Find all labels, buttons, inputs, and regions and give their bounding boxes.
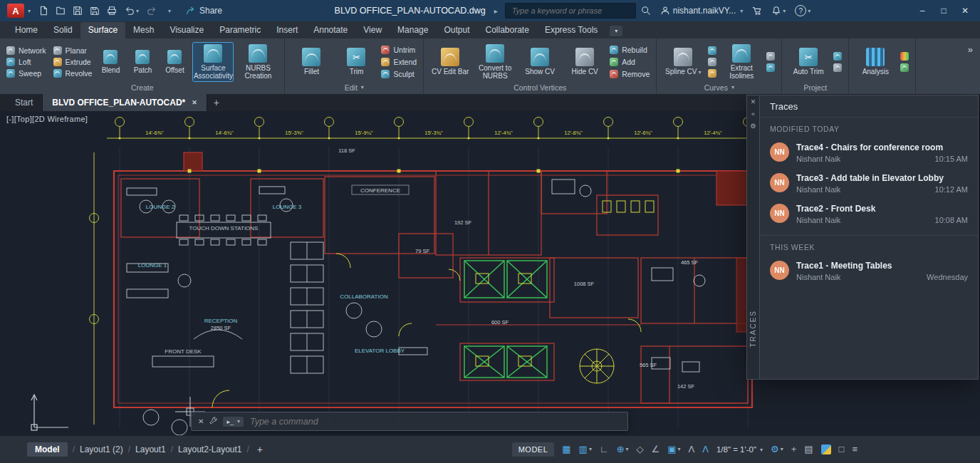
trace-item[interactable]: NN Trace2 - Front Desk Nishant Naik10:08…: [760, 199, 978, 229]
annotation-monitor-icon[interactable]: +: [791, 444, 797, 454]
ribbon-tab-annotate[interactable]: Annotate: [306, 22, 355, 38]
ribbon-tab-manage[interactable]: Manage: [390, 22, 436, 38]
sweep-button[interactable]: Sweep: [6, 69, 46, 78]
blend-button[interactable]: Blend: [97, 50, 124, 74]
graphics-performance-icon[interactable]: [821, 444, 831, 454]
title-caret-icon[interactable]: ▸: [494, 7, 498, 15]
project-to-view-button[interactable]: [833, 63, 842, 72]
extrude-button[interactable]: Extrude: [53, 58, 93, 66]
command-line-close-icon[interactable]: ✕: [198, 417, 204, 425]
add-cv-button[interactable]: Add: [610, 58, 635, 66]
panel-label-curves[interactable]: Curves▾: [657, 82, 781, 94]
offset-button[interactable]: Offset: [161, 50, 188, 74]
help-icon[interactable]: ?▾: [791, 2, 814, 19]
planar-surface-button[interactable]: Planar: [53, 46, 93, 55]
extract-isolines-button[interactable]: Extract Isolines: [721, 43, 761, 81]
customization-icon[interactable]: ≡: [852, 444, 858, 454]
quick-properties-icon[interactable]: ▤: [804, 444, 813, 454]
minimize-button[interactable]: –: [912, 2, 933, 19]
viewport-controls[interactable]: [-][Top][2D Wireframe]: [6, 115, 88, 123]
undo-button[interactable]: ▾: [120, 2, 143, 19]
offset-curve-button[interactable]: [708, 58, 716, 66]
grid-display-icon[interactable]: ▦: [562, 444, 570, 454]
command-input[interactable]: [249, 416, 621, 427]
annotation-autoscale-icon[interactable]: Λ: [702, 444, 709, 454]
new-layout-button[interactable]: +: [254, 444, 266, 455]
palette-properties-icon[interactable]: ⚙: [750, 123, 756, 130]
fillet-button[interactable]: Fillet: [291, 46, 331, 77]
trace-item[interactable]: NN Trace3 - Add table in Elevator Lobby …: [760, 168, 978, 199]
qat-customize-button[interactable]: ▾: [160, 2, 177, 19]
edit-curve-button[interactable]: [708, 69, 716, 78]
auto-trim-toggle[interactable]: Auto Trim: [788, 46, 828, 77]
draft-analysis-button[interactable]: [900, 63, 909, 72]
curvature-analysis-button[interactable]: [900, 52, 909, 61]
panel-label-edit[interactable]: Edit▾: [285, 82, 423, 94]
ribbon-tab-express-tools[interactable]: Express Tools: [537, 22, 605, 38]
save-as-button[interactable]: [86, 2, 103, 19]
palette-autohide-icon[interactable]: «: [751, 110, 755, 118]
project-to-ucs-button[interactable]: [833, 52, 842, 61]
layout-tab-layout1-2[interactable]: Layout1 (2): [80, 444, 123, 454]
surface-associativity-toggle[interactable]: Surface Associativity: [193, 43, 233, 81]
open-file-button[interactable]: [52, 2, 69, 19]
workspace-gear-icon[interactable]: ⚙▾: [771, 444, 783, 454]
isometric-drafting-icon[interactable]: ◇: [637, 444, 644, 454]
restore-button[interactable]: □: [933, 2, 954, 19]
extract-edges-button[interactable]: [766, 52, 775, 61]
blend-curves-button[interactable]: [708, 46, 716, 55]
object-snap-tracking-icon[interactable]: ∠: [652, 444, 660, 454]
recent-commands-button[interactable]: ▸_▾: [223, 417, 244, 427]
ribbon-tab-surface[interactable]: Surface: [80, 22, 125, 38]
convert-to-nurbs-button[interactable]: Convert to NURBS: [475, 43, 515, 81]
application-menu-button[interactable]: A ▾: [4, 4, 33, 18]
palette-close-icon[interactable]: ✕: [751, 98, 756, 105]
ribbon-tab-solid[interactable]: Solid: [46, 22, 80, 38]
new-drawing-tab-button[interactable]: +: [207, 94, 226, 111]
layout-tab-layout1[interactable]: Layout1: [135, 444, 166, 454]
annotation-visibility-icon[interactable]: Λ: [689, 444, 695, 454]
user-account-button[interactable]: nishant.naikVY...▾: [656, 5, 748, 16]
new-drawing-button[interactable]: [35, 2, 52, 19]
spline-cv-button[interactable]: Spline CV▾: [663, 46, 703, 78]
file-tab-start[interactable]: Start: [6, 94, 43, 111]
hide-cv-button[interactable]: Hide CV: [565, 46, 605, 77]
analysis-button[interactable]: Analysis: [855, 46, 895, 77]
ribbon-tab-home[interactable]: Home: [7, 22, 46, 38]
plot-button[interactable]: [103, 2, 120, 19]
network-surface-button[interactable]: Network: [6, 46, 46, 55]
trim-button[interactable]: Trim: [336, 46, 376, 77]
search-icon[interactable]: [637, 2, 655, 19]
ribbon-collapse-icon[interactable]: »: [968, 44, 973, 55]
notifications-icon[interactable]: ▾: [767, 2, 790, 19]
model-paper-toggle[interactable]: MODEL: [512, 442, 555, 457]
app-store-icon[interactable]: [749, 2, 766, 19]
ribbon-tab-collaborate[interactable]: Collaborate: [478, 22, 537, 38]
revolve-button[interactable]: Revolve: [53, 69, 93, 78]
save-button[interactable]: [69, 2, 86, 19]
polar-tracking-icon[interactable]: ⊕▾: [617, 444, 629, 454]
object-snap-icon[interactable]: ▣▾: [667, 444, 680, 454]
trace-item[interactable]: NN Trace4 - Chairs for conference room N…: [760, 137, 978, 168]
nurbs-creation-toggle[interactable]: NURBS Creation: [238, 43, 278, 81]
rebuild-cv-button[interactable]: Rebuild: [610, 46, 647, 54]
intersection-curve-button[interactable]: [766, 63, 775, 72]
redo-button[interactable]: [143, 2, 160, 19]
cv-edit-bar-button[interactable]: CV Edit Bar: [430, 46, 470, 77]
ribbon-tab-visualize[interactable]: Visualize: [162, 22, 212, 38]
loft-button[interactable]: Loft: [6, 58, 46, 66]
trace-item[interactable]: NN Trace1 - Meeting Tables Nishant NaikW…: [760, 256, 978, 286]
layout-tab-layout2[interactable]: Layout2-Layout1: [178, 444, 241, 454]
untrim-button[interactable]: Untrim: [381, 46, 415, 54]
snap-mode-icon[interactable]: ▥▾: [579, 444, 592, 454]
close-button[interactable]: ✕: [954, 2, 976, 19]
sculpt-button[interactable]: Sculpt: [381, 70, 414, 78]
ortho-mode-icon[interactable]: ∟: [600, 444, 609, 454]
patch-button[interactable]: Patch: [129, 50, 156, 74]
traces-vertical-tab[interactable]: TRACES: [749, 310, 757, 348]
ribbon-tab-mesh[interactable]: Mesh: [125, 22, 162, 38]
show-cv-button[interactable]: Show CV: [520, 46, 560, 77]
search-input[interactable]: [511, 6, 630, 16]
file-tab-drawing[interactable]: BLVD OFFICE_PLAN-AUTOCAD* ✕: [43, 94, 207, 111]
ribbon-tab-insert[interactable]: Insert: [269, 22, 306, 38]
